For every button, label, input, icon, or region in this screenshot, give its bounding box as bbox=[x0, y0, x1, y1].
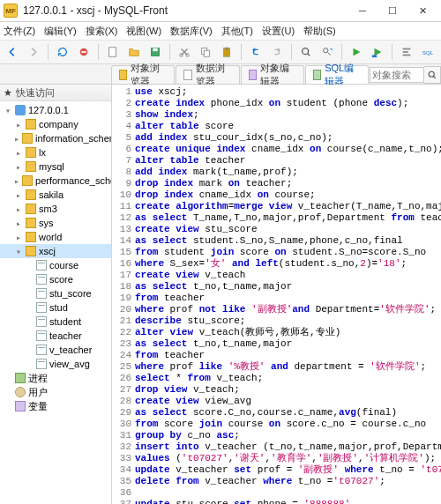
code-line[interactable]: 9drop index mark on teacher; bbox=[112, 178, 441, 189]
tree-variables[interactable]: 变量 bbox=[0, 399, 111, 413]
tab-object-editor[interactable]: 对象编辑器 bbox=[241, 65, 304, 84]
tree-twisty-icon[interactable]: ▸ bbox=[14, 162, 23, 172]
code-line[interactable]: 10drop index cname_idx on course; bbox=[112, 189, 441, 201]
tree-twisty-icon[interactable]: ▸ bbox=[14, 219, 23, 228]
menu-file[interactable]: 文件(Z) bbox=[4, 25, 35, 38]
menu-search[interactable]: 搜索(X) bbox=[86, 25, 118, 38]
tree-twisty-icon[interactable]: ▸ bbox=[14, 190, 23, 200]
tree-db-sakila[interactable]: ▸sakila bbox=[0, 188, 111, 202]
open-file-icon[interactable] bbox=[125, 43, 143, 61]
code-line[interactable]: 16where S_sex='女' and left(student.s_no,… bbox=[112, 258, 441, 270]
object-search-input[interactable] bbox=[370, 67, 424, 83]
menu-settings[interactable]: 设置(U) bbox=[262, 25, 295, 38]
code-line[interactable]: 21describe stu_score; bbox=[112, 315, 441, 327]
code-line[interactable]: 19from teacher bbox=[112, 293, 441, 304]
tree-table-v_teacher[interactable]: v_teacher bbox=[0, 343, 111, 357]
code-line[interactable]: 18as select t_no,t_name,major bbox=[112, 281, 441, 293]
run-icon[interactable] bbox=[348, 43, 365, 61]
tab-sql-editor[interactable]: SQL编辑器 bbox=[305, 65, 369, 84]
menu-edit[interactable]: 编辑(Y) bbox=[44, 25, 77, 38]
code-line[interactable]: 28create view view_avg bbox=[112, 396, 441, 407]
tree-twisty-icon[interactable]: ▸ bbox=[14, 148, 23, 158]
tree-db-mysql[interactable]: ▸mysql bbox=[0, 159, 111, 174]
tree-twisty-icon[interactable]: ▾ bbox=[14, 247, 23, 256]
format-icon[interactable] bbox=[398, 43, 415, 61]
tree-twisty-icon[interactable]: ▸ bbox=[14, 134, 19, 144]
save-icon[interactable] bbox=[146, 43, 164, 61]
replace-icon[interactable] bbox=[318, 43, 336, 61]
tab-object-browser[interactable]: 对象浏览器 bbox=[111, 65, 175, 84]
tree-table-course[interactable]: course bbox=[0, 258, 111, 272]
tree-table-score[interactable]: score bbox=[0, 272, 111, 286]
code-line[interactable]: 17create view v_teach bbox=[112, 270, 441, 281]
close-button[interactable]: ✕ bbox=[407, 2, 437, 19]
tab-data-browser[interactable]: 数据浏览器 bbox=[176, 65, 239, 84]
tree-twisty-icon[interactable]: ▸ bbox=[14, 120, 23, 130]
code-line[interactable]: 2create index phone_idx on student (phon… bbox=[112, 98, 441, 109]
tree-users[interactable]: 用户 bbox=[0, 385, 111, 399]
code-line[interactable]: 1use xscj; bbox=[112, 86, 441, 98]
tree-table-teacher[interactable]: teacher bbox=[0, 329, 111, 343]
tree-db-sm3[interactable]: ▸sm3 bbox=[0, 202, 111, 216]
forward-icon[interactable] bbox=[25, 43, 42, 61]
code-line[interactable]: 27drop view v_teach; bbox=[112, 384, 441, 396]
menu-other[interactable]: 其他(T) bbox=[221, 25, 253, 38]
undo-icon[interactable] bbox=[247, 43, 265, 61]
code-line[interactable]: 34update v_teacher set prof = '副教授' wher… bbox=[112, 464, 441, 476]
back-icon[interactable] bbox=[4, 43, 21, 61]
maximize-button[interactable]: ☐ bbox=[377, 2, 407, 19]
menu-view[interactable]: 视图(W) bbox=[126, 25, 161, 38]
tree-host[interactable]: ▾127.0.0.1 bbox=[0, 103, 111, 117]
run-selection-icon[interactable] bbox=[369, 43, 386, 61]
tree-twisty-icon[interactable]: ▾ bbox=[4, 106, 12, 115]
tree-table-student[interactable]: student bbox=[0, 315, 111, 329]
code-line[interactable]: 29as select score.C_no,course.c_name,avg… bbox=[112, 407, 441, 419]
tree-db-sys[interactable]: ▸sys bbox=[0, 216, 111, 230]
code-line[interactable]: 13create view stu_score bbox=[112, 224, 441, 235]
tree-db-xscj[interactable]: ▾xscj bbox=[0, 244, 111, 258]
copy-icon[interactable] bbox=[197, 43, 214, 61]
stop-icon[interactable] bbox=[75, 43, 93, 61]
tree-table-stud[interactable]: stud bbox=[0, 300, 111, 315]
code-line[interactable]: 12as select T_name,T_no,major,prof,Depar… bbox=[112, 212, 441, 224]
code-line[interactable]: 6create unique index cname_idx on course… bbox=[112, 144, 441, 155]
menu-database[interactable]: 数据库(V) bbox=[170, 25, 213, 38]
code-line[interactable]: 20where prof not like '副教授'and Departmen… bbox=[112, 304, 441, 315]
code-line[interactable]: 37update stu_score set phone = '888888' bbox=[112, 499, 441, 504]
tree-db-company[interactable]: ▸company bbox=[0, 117, 111, 131]
code-line[interactable]: 15from student join score on student.S_n… bbox=[112, 247, 441, 258]
tree-table-stu_score[interactable]: stu_score bbox=[0, 286, 111, 300]
code-line[interactable]: 31group by c_no asc; bbox=[112, 430, 441, 441]
refresh-icon[interactable] bbox=[54, 43, 71, 61]
code-line[interactable]: 24from teacher bbox=[112, 350, 441, 361]
minimize-button[interactable]: ─ bbox=[348, 2, 377, 19]
code-line[interactable]: 30from score join course on score.c_no =… bbox=[112, 419, 441, 430]
new-file-icon[interactable] bbox=[104, 43, 122, 61]
search-icon[interactable] bbox=[424, 66, 441, 84]
menu-help[interactable]: 帮助(S) bbox=[303, 25, 336, 38]
tree-db-lx[interactable]: ▸lx bbox=[0, 145, 111, 159]
tree-processes[interactable]: 进程 bbox=[0, 371, 111, 385]
code-line[interactable]: 32insert into v_teacher (t_no,t_name,maj… bbox=[112, 441, 441, 453]
tree-db-world[interactable]: ▸world bbox=[0, 230, 111, 244]
code-line[interactable]: 22alter view v_teach(教师号,教师名,专业) bbox=[112, 327, 441, 338]
tree-twisty-icon[interactable]: ▸ bbox=[14, 233, 23, 242]
code-line[interactable]: 35delete from v_teacher where t_no ='t07… bbox=[112, 476, 441, 487]
code-line[interactable]: 3show index; bbox=[112, 109, 441, 121]
tree-db-information_schema[interactable]: ▸information_schema bbox=[0, 131, 111, 145]
code-line[interactable]: 4alter table score bbox=[112, 121, 441, 132]
code-line[interactable]: 25where prof like '%教授' and department =… bbox=[112, 361, 441, 373]
sql-icon[interactable]: SQL bbox=[419, 43, 437, 61]
sql-editor[interactable]: 1use xscj;2create index phone_idx on stu… bbox=[112, 85, 441, 504]
tree-twisty-icon[interactable]: ▸ bbox=[14, 176, 19, 186]
code-line[interactable]: 5add index stu_cour_idx(s_no,c_no); bbox=[112, 132, 441, 144]
code-line[interactable]: 14as select student.S_no,S_name,phone,c_… bbox=[112, 235, 441, 247]
code-line[interactable]: 36 bbox=[112, 487, 441, 499]
code-line[interactable]: 23as select t_no,t_name,major bbox=[112, 338, 441, 350]
code-line[interactable]: 11create algorithm=merge view v_teacher(… bbox=[112, 201, 441, 212]
code-line[interactable]: 8add index mark(t_name,prof); bbox=[112, 167, 441, 178]
redo-icon[interactable] bbox=[268, 43, 286, 61]
code-line[interactable]: 26select * from v_teach; bbox=[112, 373, 441, 384]
code-line[interactable]: 7alter table teacher bbox=[112, 155, 441, 167]
cut-icon[interactable] bbox=[176, 43, 193, 61]
